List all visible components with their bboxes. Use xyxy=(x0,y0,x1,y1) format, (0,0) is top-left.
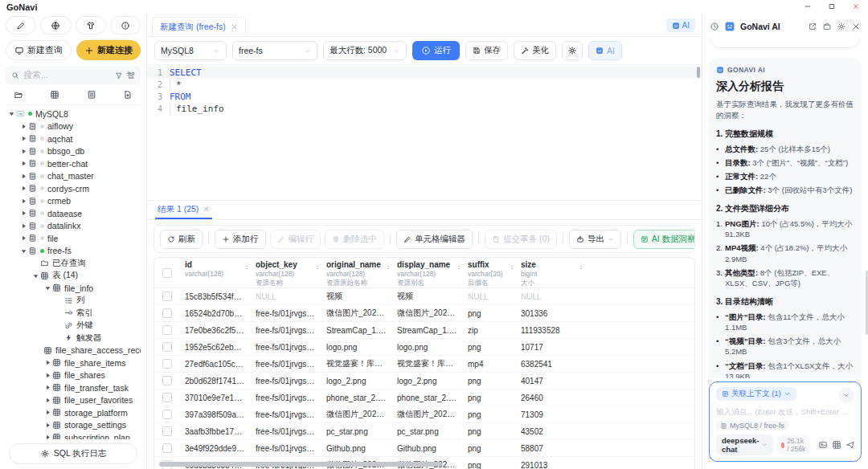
row-checkbox[interactable] xyxy=(162,292,172,301)
tree-item[interactable]: cordys-crm xyxy=(6,182,141,195)
sql-log-button[interactable]: SQL 执行日志 xyxy=(9,443,137,464)
table-cell[interactable]: 40147 xyxy=(516,377,585,385)
row-checkbox[interactable] xyxy=(162,410,172,419)
table-row[interactable]: 2b0d628f17414983...free-fs/01jrvgs943q..… xyxy=(154,373,694,389)
table-cell[interactable]: 1952e5c62eb44ce8... xyxy=(180,343,251,352)
caret-right-icon[interactable] xyxy=(19,122,28,130)
table-cell[interactable]: NULL xyxy=(516,292,585,301)
caret-right-icon[interactable] xyxy=(43,371,52,379)
caret-down-icon[interactable] xyxy=(43,284,52,292)
row-checkbox[interactable] xyxy=(162,393,172,402)
table-cell[interactable]: 微信图片_20241217... xyxy=(392,409,463,420)
table-cell[interactable]: NULL xyxy=(463,292,516,301)
edit-row-button[interactable]: 编辑行 xyxy=(270,230,321,249)
result-tab[interactable]: 结果 1 (25) xyxy=(155,201,212,219)
open-in-new-icon[interactable] xyxy=(808,22,817,31)
table-row[interactable]: 37010e9e7e1b4954...free-fs/01jrvgs943q..… xyxy=(154,389,694,406)
table-cell[interactable]: logo.png xyxy=(321,343,392,352)
tree-item[interactable]: aiflowy xyxy=(6,120,141,133)
tree-item[interactable]: bbsgo_db xyxy=(6,145,141,158)
chat-placeholder[interactable]: 输入消息... (Enter 发送，Shift+Enter 换行，/ 快捷命令) xyxy=(716,407,854,418)
query-tab[interactable]: 新建查询 (free-fs) xyxy=(152,17,246,36)
row-checkbox[interactable] xyxy=(162,426,172,436)
table-cell[interactable]: 视觉盛宴！库里隔... xyxy=(392,358,463,369)
tree-item[interactable]: file_share_access_record xyxy=(6,345,141,357)
tree-item[interactable]: chat_master xyxy=(6,170,141,183)
column-header[interactable]: display_namevarchar(128)资源别名 xyxy=(392,258,463,288)
table-cell[interactable]: png xyxy=(463,461,516,469)
tree-item[interactable]: 索引 xyxy=(6,307,141,320)
caret-down-icon[interactable] xyxy=(19,247,28,255)
table-cell[interactable]: 301336 xyxy=(516,309,585,318)
caret-right-icon[interactable] xyxy=(43,384,52,392)
table-cell[interactable]: 17e0be36c2f541ce9... xyxy=(180,326,251,335)
run-button[interactable]: 运行 xyxy=(412,41,460,60)
row-checkbox[interactable] xyxy=(162,342,172,352)
tree-item[interactable]: 列 xyxy=(6,295,141,308)
tree-item[interactable]: file_info xyxy=(6,282,141,295)
ai-insight-button[interactable]: AI 数据洞察 xyxy=(633,230,695,249)
table-cell[interactable]: 2b0d628f17414983... xyxy=(180,377,251,385)
table-row[interactable]: 27edf6ac105c44598...free-fs/01jrvgs943q.… xyxy=(154,356,694,373)
table-cell[interactable]: png xyxy=(463,377,516,385)
filter-icon[interactable] xyxy=(115,71,123,80)
row-checkbox[interactable] xyxy=(162,325,172,335)
table-cell[interactable]: 10717 xyxy=(516,343,585,352)
editor-scrollbar[interactable] xyxy=(697,67,700,78)
caret-right-icon[interactable] xyxy=(43,396,52,404)
sort-icon[interactable] xyxy=(314,262,321,269)
table-cell[interactable]: png xyxy=(463,343,516,352)
table-cell[interactable]: logo.png xyxy=(392,343,463,352)
table-cell[interactable]: 微信图片_20240326... xyxy=(392,308,463,319)
result-tab-close-icon[interactable] xyxy=(203,206,210,213)
caret-down-icon[interactable] xyxy=(7,110,16,118)
table-cell[interactable]: 291013 xyxy=(516,461,585,469)
sort-icon[interactable] xyxy=(509,262,515,269)
caret-right-icon[interactable] xyxy=(19,135,28,143)
table-cell[interactable]: png xyxy=(463,444,516,453)
table-cell[interactable]: mp4 xyxy=(463,360,516,369)
table-cell[interactable]: free-fs/01jrvgs943q... xyxy=(251,427,321,436)
new-query-button[interactable]: 新建查询 xyxy=(6,40,72,60)
table-cell[interactable]: StreamCap_1.0.2_2_... xyxy=(321,326,392,335)
table-cell[interactable]: 视觉盛宴！库里隔... xyxy=(321,358,392,369)
table-cell[interactable]: 37010e9e7e1b4954... xyxy=(180,394,251,402)
table-cell[interactable]: 71309 xyxy=(516,410,585,419)
attach-table-icon[interactable] xyxy=(832,440,841,450)
sort-icon[interactable] xyxy=(244,262,250,269)
table-cell[interactable]: free-fs/01jrvgs943q... xyxy=(251,326,321,335)
horizontal-scrollbar[interactable] xyxy=(159,462,442,467)
table-cell[interactable]: 111933528 xyxy=(516,326,585,335)
column-header[interactable]: idvarchar(128) xyxy=(180,258,251,288)
caret-right-icon[interactable] xyxy=(19,210,28,218)
context-chip[interactable]: 关联上下文 (1) xyxy=(716,387,796,401)
commit-transaction-button[interactable]: 提交事务 (0) xyxy=(485,230,557,249)
table-cell[interactable]: 397a398f509a44aa9... xyxy=(180,410,251,419)
tree-item[interactable]: file_shares xyxy=(6,369,141,382)
table-cell[interactable]: free-fs/01jrvgs943q... xyxy=(251,377,321,385)
table-cell[interactable]: 58807 xyxy=(516,444,585,453)
model-select[interactable]: deepseek-chat xyxy=(716,434,773,455)
ai-report-scroll-area[interactable]: GONAVI AI 深入分析报告 基于实际查询结果，我发现了更多有价值的洞察： … xyxy=(702,38,868,378)
table-cell[interactable]: 6382541 xyxy=(516,360,585,369)
table-cell[interactable]: free-fs/01jrvgs943q... xyxy=(251,410,321,419)
attach-image-icon[interactable] xyxy=(818,440,828,450)
add-row-button[interactable]: 添加行 xyxy=(215,230,266,249)
tree-item[interactable]: file xyxy=(6,232,141,245)
table-row[interactable]: 16524b2d70bd4527...free-fs/01jrvgs943q..… xyxy=(154,305,694,322)
table-cell[interactable]: 43502 xyxy=(516,427,585,436)
table-cell[interactable]: 15c83b5f534f49e4b... xyxy=(180,292,251,301)
close-button[interactable] xyxy=(844,0,868,13)
history-icon[interactable] xyxy=(710,22,719,31)
export-button[interactable]: 导出 xyxy=(569,230,621,249)
tree-item[interactable]: 表 (14) xyxy=(6,270,141,283)
table-row[interactable]: 15c83b5f534f49e4b...NULL视频视频NULLNULL xyxy=(154,288,694,305)
row-checkbox[interactable] xyxy=(162,376,172,385)
panel-ai-toggle-button[interactable]: AI xyxy=(666,18,695,32)
table-row[interactable]: 3e49f929dde94d5d...free-fs/01jrvgs943q..… xyxy=(154,440,694,457)
table-cell[interactable]: pc_star.png xyxy=(321,427,392,436)
editor-settings-button[interactable] xyxy=(562,41,583,60)
table-cell[interactable]: png xyxy=(463,410,516,419)
caret-right-icon[interactable] xyxy=(43,421,52,429)
tree-item[interactable]: aqchat xyxy=(6,133,141,145)
